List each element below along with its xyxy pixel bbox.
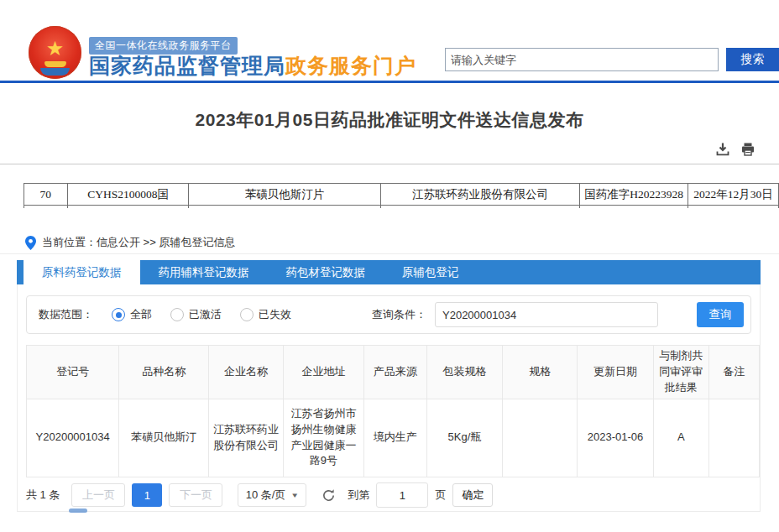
download-icon[interactable] xyxy=(715,142,730,157)
site-title: 国家药品监督管理局政务服务门户 xyxy=(89,52,416,80)
approval-cell-drug: 苯磺贝他斯汀片 xyxy=(189,184,380,206)
radio-selected-icon xyxy=(112,308,125,321)
approval-notice-row: 70 CYHS2100008国 苯磺贝他斯汀片 江苏联环药业股份有限公司 国药准… xyxy=(24,184,779,206)
table-cell-company: 江苏联环药业股份有限公司 xyxy=(209,399,284,477)
header-cell: 产品来源 xyxy=(363,346,426,399)
header-divider xyxy=(0,81,779,83)
header-cell: 与制剂共同审评审批结果 xyxy=(653,346,708,399)
page-size-value: 10 条/页 xyxy=(246,488,286,503)
chevron-down-icon: ▼ xyxy=(290,492,299,499)
query-input[interactable] xyxy=(435,302,658,327)
header-cell: 企业地址 xyxy=(283,346,363,399)
page: { "colors": { "brand_blue": "#2e6db4", "… xyxy=(0,0,779,532)
goto-label: 到第 xyxy=(348,488,369,503)
approval-cell-date: 2022年12月30日 xyxy=(688,184,779,206)
pagination: 共 1 条 上一页 1 下一页 10 条/页 ▼ 到第 页 确定 xyxy=(26,482,493,508)
next-page-button[interactable]: 下一页 xyxy=(169,483,222,507)
scope-label: 数据范围： xyxy=(39,307,93,322)
radio-option-all[interactable]: 全部 xyxy=(112,307,152,322)
radio-option-activated[interactable]: 已激活 xyxy=(170,307,222,322)
document-actions xyxy=(715,142,755,157)
approval-cell-license: 国药准字H20223928 xyxy=(580,184,688,206)
tab-bar: 原料药登记数据 药用辅料登记数据 药包材登记数据 原辅包登记 xyxy=(17,260,761,284)
radio-icon xyxy=(240,308,254,321)
header-cell: 规格 xyxy=(503,346,578,399)
registry-table: 登记号 品种名称 企业名称 企业地址 产品来源 包装规格 规格 更新日期 与制剂… xyxy=(26,345,760,477)
approval-notice-table: 70 CYHS2100008国 苯磺贝他斯汀片 江苏联环药业股份有限公司 国药准… xyxy=(24,183,779,208)
radio-icon xyxy=(170,308,184,321)
query-button[interactable]: 查询 xyxy=(697,302,744,327)
breadcrumb-divider xyxy=(0,253,779,254)
radio-label: 已失效 xyxy=(259,307,291,322)
goto-page-input[interactable] xyxy=(376,482,428,508)
goto-unit: 页 xyxy=(435,488,446,503)
header-cell: 企业名称 xyxy=(209,346,284,399)
emblem-star-icon: ★ xyxy=(46,39,65,59)
nmpa-logo: ★ xyxy=(29,26,81,79)
table-cell-updated: 2023-01-06 xyxy=(578,399,654,477)
approval-cell-company: 江苏联环药业股份有限公司 xyxy=(380,184,580,206)
table-cell-origin: 境内生产 xyxy=(363,399,426,477)
table-cell-review: A xyxy=(653,399,708,477)
table-cell-variety: 苯磺贝他斯汀 xyxy=(119,399,209,477)
content-panel: 数据范围： 全部 已激活 已失效 查询条件： 查询 登记号 品种名称 企业名称 … xyxy=(17,284,761,512)
radio-option-expired[interactable]: 已失效 xyxy=(240,307,291,322)
portal-name: 政务服务门户 xyxy=(285,54,416,77)
printer-icon[interactable] xyxy=(740,142,755,157)
confirm-button[interactable]: 确定 xyxy=(452,483,493,507)
registry-header-row: 登记号 品种名称 企业名称 企业地址 产品来源 包装规格 规格 更新日期 与制剂… xyxy=(27,346,760,399)
org-name: 国家药品监督管理局 xyxy=(89,54,285,77)
table-cell-remark xyxy=(708,399,759,477)
breadcrumb: 当前位置：信息公开 >> 原辅包登记信息 xyxy=(25,235,235,250)
breadcrumb-label: 当前位置：信息公开 >> 原辅包登记信息 xyxy=(42,235,235,250)
approval-notice-row-clipped xyxy=(24,206,779,209)
approval-cell-number: CYHS2100008国 xyxy=(67,184,189,206)
current-page-button[interactable]: 1 xyxy=(132,483,162,507)
query-label: 查询条件： xyxy=(372,307,426,322)
section-divider xyxy=(0,164,779,164)
search-input[interactable] xyxy=(445,48,719,71)
page-size-select[interactable]: 10 条/页 ▼ xyxy=(238,483,306,507)
search-button[interactable]: 搜索 xyxy=(726,48,779,71)
location-pin-icon xyxy=(25,236,36,250)
page-title: 2023年01月05日药品批准证明文件送达信息发布 xyxy=(0,108,779,132)
radio-label: 已激活 xyxy=(189,307,222,322)
table-cell-address: 江苏省扬州市扬州生物健康产业园健康一路9号 xyxy=(283,399,363,477)
prev-page-button[interactable]: 上一页 xyxy=(71,483,125,507)
tab-packaging-data[interactable]: 药包材登记数据 xyxy=(268,260,384,284)
tab-combined-registry[interactable]: 原辅包登记 xyxy=(384,260,478,284)
refresh-icon[interactable] xyxy=(322,488,336,503)
bottom-accent xyxy=(69,509,87,513)
header-cell: 品种名称 xyxy=(119,346,209,399)
table-cell-package: 5Kg/瓶 xyxy=(426,399,503,477)
header-cell: 包装规格 xyxy=(426,346,503,399)
tab-raw-material-data[interactable]: 原料药登记数据 xyxy=(24,260,140,284)
tab-excipient-data[interactable]: 药用辅料登记数据 xyxy=(140,260,268,284)
approval-cell-index: 70 xyxy=(24,184,68,206)
table-cell-spec xyxy=(503,399,578,477)
emblem-gate-icon xyxy=(44,61,66,67)
header-cell: 更新日期 xyxy=(578,346,654,399)
header-cell: 登记号 xyxy=(27,346,119,399)
registry-data-row: Y20200001034 苯磺贝他斯汀 江苏联环药业股份有限公司 江苏省扬州市扬… xyxy=(27,399,760,477)
table-cell-regno: Y20200001034 xyxy=(27,399,119,477)
radio-label: 全部 xyxy=(130,307,152,322)
filter-bar: 数据范围： 全部 已激活 已失效 查询条件： 查询 xyxy=(26,295,751,334)
total-count: 共 1 条 xyxy=(26,488,60,503)
header-cell: 备注 xyxy=(708,346,759,399)
